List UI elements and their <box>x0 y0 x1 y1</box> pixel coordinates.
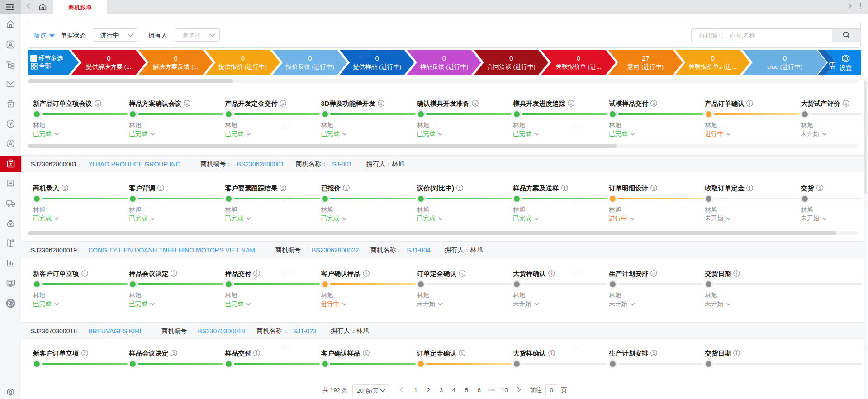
sidebar-item-business-opportunity[interactable]: $ <box>0 156 21 172</box>
tab-business-follow[interactable]: 商机跟单 <box>53 0 107 14</box>
info-icon[interactable] <box>171 350 177 356</box>
sidebar-item-finance-moneybag[interactable] <box>0 215 21 231</box>
info-icon[interactable] <box>378 100 384 107</box>
filter-toggle-link[interactable]: 筛选 <box>33 32 55 40</box>
sidebar-item-home[interactable] <box>0 16 21 32</box>
info-icon[interactable] <box>171 270 177 277</box>
sidebar-item-ledger-book[interactable] <box>0 235 21 251</box>
info-icon[interactable] <box>253 350 260 356</box>
step-status-select[interactable]: 已完成 <box>609 130 635 138</box>
pagination-ellipsis[interactable]: ••• <box>485 387 498 394</box>
info-icon[interactable] <box>733 350 740 356</box>
stage-settings-area[interactable]: 需 设置 <box>826 50 861 75</box>
page-number-last[interactable]: 10 <box>498 387 511 394</box>
record-company-link[interactable]: BREUVAGES KIRI <box>88 328 141 335</box>
info-icon[interactable] <box>456 185 463 191</box>
step-status-select[interactable]: 未开始 <box>609 300 635 308</box>
sidebar-item-contacts[interactable] <box>0 36 21 52</box>
info-icon[interactable] <box>746 185 753 191</box>
sidebar-item-letter-a[interactable] <box>0 135 21 152</box>
step-status-select[interactable]: 已完成 <box>33 130 59 138</box>
step-status-select[interactable]: 已完成 <box>321 214 347 223</box>
info-icon[interactable] <box>548 350 555 356</box>
page-number[interactable]: 1 <box>409 387 422 394</box>
sidebar-item-whatsapp[interactable] <box>0 295 21 311</box>
info-icon[interactable] <box>81 350 88 356</box>
sidebar-item-report-chart[interactable] <box>0 255 21 271</box>
sidebar-item-invoice[interactable] <box>0 175 21 191</box>
step-status-select[interactable]: 未开始 <box>801 130 827 138</box>
step-status-select[interactable]: 已完成 <box>513 214 539 223</box>
record-company-link[interactable]: CÔNG TY LIÊN DOANH TNHH HINO MOTORS VIỆT… <box>88 247 255 254</box>
info-icon[interactable] <box>184 100 190 107</box>
info-icon[interactable] <box>568 100 574 107</box>
info-icon[interactable] <box>280 100 286 107</box>
record-name-link[interactable]: SJ1-023 <box>293 328 317 335</box>
step-status-select[interactable]: 进行中 <box>321 300 347 308</box>
step-status-select[interactable]: 已完成 <box>321 130 347 138</box>
record-name-link[interactable]: SJ1-004 <box>407 247 430 254</box>
step-status-select[interactable]: 未开始 <box>705 214 731 223</box>
step-status-select[interactable]: 已完成 <box>129 130 155 138</box>
search-button[interactable] <box>832 28 861 42</box>
page-number[interactable]: 2 <box>422 387 435 394</box>
info-icon[interactable] <box>62 185 68 191</box>
vertical-scrollbar-thumb[interactable] <box>864 81 867 194</box>
stagebar-scrollbar[interactable] <box>28 79 858 83</box>
record-no-link[interactable]: BS23062800022 <box>312 247 359 254</box>
tab-back-button[interactable] <box>24 2 33 11</box>
info-icon[interactable] <box>343 185 350 191</box>
record-company-link[interactable]: YI BAO PRODUCE GROUP INC <box>88 161 180 168</box>
tab-forward-button[interactable] <box>845 2 854 11</box>
step-status-select[interactable]: 已完成 <box>225 300 251 308</box>
step-status-select[interactable]: 已完成 <box>225 130 251 138</box>
vertical-scrollbar[interactable] <box>864 77 867 399</box>
info-icon[interactable] <box>733 270 740 277</box>
step-status-select[interactable]: 已完成 <box>33 300 59 308</box>
prev-page-button[interactable] <box>397 387 406 394</box>
step-status-select[interactable]: 进行中 <box>609 214 635 223</box>
page-number[interactable]: 6 <box>473 387 485 394</box>
info-icon[interactable] <box>253 270 260 277</box>
step-status-select[interactable]: 已完成 <box>129 300 155 308</box>
step-status-select[interactable]: 未开始 <box>705 300 731 308</box>
info-icon[interactable] <box>472 100 479 107</box>
info-icon[interactable] <box>561 185 568 191</box>
info-icon[interactable] <box>650 100 657 107</box>
record-no-link[interactable]: BS23070300018 <box>198 328 245 335</box>
page-size-select[interactable]: 20 条/页 <box>352 384 389 396</box>
info-icon[interactable] <box>816 185 823 191</box>
info-icon[interactable] <box>650 185 657 191</box>
step-status-select[interactable]: 未开始 <box>801 214 827 223</box>
step-status-select[interactable]: 已完成 <box>417 214 443 223</box>
step-status-select[interactable]: 未开始 <box>417 300 443 308</box>
status-filter-select[interactable]: 进行中 <box>93 28 138 42</box>
info-icon[interactable] <box>363 350 370 356</box>
info-icon[interactable] <box>95 100 101 107</box>
goto-page-input[interactable]: 0 <box>545 384 557 396</box>
sidebar-collapse-button[interactable] <box>0 0 21 14</box>
step-status-select[interactable]: 已完成 <box>33 214 59 223</box>
sidebar-item-discover-compass[interactable] <box>0 115 21 132</box>
page-number[interactable]: 3 <box>435 387 447 394</box>
step-status-select[interactable]: 已完成 <box>513 130 539 138</box>
sidebar-item-orders-bag[interactable] <box>0 95 21 112</box>
horizontal-scrollbar-thumb[interactable] <box>28 231 836 235</box>
info-icon[interactable] <box>548 270 555 277</box>
owner-filter-select[interactable]: 请选择 <box>175 28 220 42</box>
stage-multiselect-checkbox[interactable] <box>30 55 37 62</box>
page-number[interactable]: 5 <box>460 387 473 394</box>
stage-all-segment[interactable]: 环节多选 全部 <box>28 50 71 75</box>
horizontal-scrollbar[interactable] <box>28 144 858 148</box>
sidebar-item-settings[interactable] <box>0 384 21 399</box>
sidebar-item-delivery-truck[interactable] <box>0 195 21 211</box>
search-input[interactable]: 商机编号、商机名称 <box>691 28 832 42</box>
info-icon[interactable] <box>459 350 465 356</box>
info-icon[interactable] <box>81 270 88 277</box>
record-name-link[interactable]: SJ-001 <box>332 161 352 168</box>
home-tab-button[interactable] <box>38 3 47 12</box>
info-icon[interactable] <box>459 270 465 277</box>
info-icon[interactable] <box>746 100 753 107</box>
step-status-select[interactable]: 已完成 <box>129 214 155 223</box>
horizontal-scrollbar-thumb[interactable] <box>28 144 617 148</box>
